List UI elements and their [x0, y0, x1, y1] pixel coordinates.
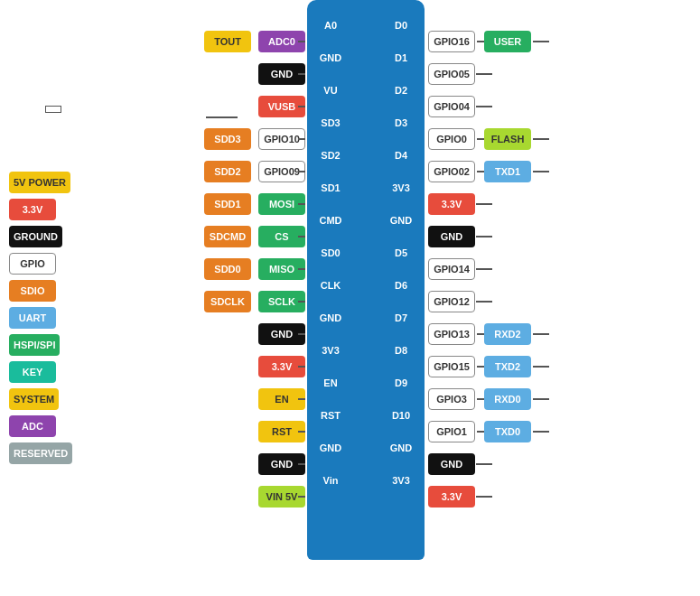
legend-item-0: 5V POWER [9, 172, 72, 193]
right-end-line-9 [533, 333, 549, 335]
right-line-10 [477, 366, 484, 368]
chip-ground: GROUND [9, 226, 62, 247]
chip-rxd0: RXD0 [484, 388, 531, 410]
pin-row-7: SD0D5 [307, 237, 425, 269]
right-end-line-4 [533, 171, 549, 172]
chip-system: SYSTEM [9, 388, 59, 410]
chip-sdd3: SDD3 [204, 128, 251, 150]
chip-sdclk: SDCLK [204, 291, 251, 312]
left-pin-label-3: SD3 [313, 117, 349, 128]
right-line-4 [477, 171, 484, 172]
right-pin-label-3: D3 [383, 117, 419, 128]
chip-sdcmd: SDCMD [204, 226, 251, 247]
left-pin-label-11: EN [313, 377, 349, 388]
chip-sdd2: SDD2 [204, 161, 251, 182]
chip-gpio0: GPIO0 [428, 128, 475, 150]
left-pin-label-2: VU [313, 85, 349, 96]
left-line-7 [298, 268, 305, 270]
usb-label-line [206, 116, 238, 118]
right-pin-label-9: D7 [383, 312, 419, 323]
usb-label-box [45, 106, 61, 113]
legend-item-2: GROUND [9, 226, 72, 247]
right-end-line-0 [533, 41, 549, 42]
left-line-10 [298, 366, 305, 368]
left-pin-label-4: SD2 [313, 150, 349, 161]
right-pin-label-13: GND [383, 442, 419, 453]
legend-item-9: ADC [9, 415, 72, 437]
right-pin-label-0: D0 [383, 20, 419, 31]
chip-gpio14: GPIO14 [428, 258, 475, 280]
right-line-0 [477, 41, 484, 42]
pin-row-3: SD3D3 [307, 107, 425, 139]
chip-rxd2: RXD2 [484, 323, 531, 345]
left-pin-label-1: GND [313, 52, 349, 63]
right-pin-label-1: D1 [383, 52, 419, 63]
chip-gpio15: GPIO15 [428, 356, 475, 377]
pin-row-14: Vin3V3 [307, 464, 425, 497]
right-pin-label-10: D8 [383, 345, 419, 356]
chip-3.3v: 3.3V [428, 486, 475, 508]
legend-item-3: GPIO [9, 253, 72, 275]
right-pin-label-11: D9 [383, 377, 419, 388]
right-pin-label-7: D5 [383, 247, 419, 258]
chip-user: USER [484, 31, 531, 52]
left-line-1 [298, 73, 305, 75]
legend-item-4: SDIO [9, 280, 72, 302]
chip-flash: FLASH [484, 128, 531, 150]
chip-txd2: TXD2 [484, 356, 531, 377]
left-line-13 [298, 463, 305, 465]
left-pin-label-6: CMD [313, 215, 349, 226]
left-line-0 [298, 41, 305, 42]
right-end-line-12 [533, 431, 549, 433]
right-pin-label-12: D10 [383, 410, 419, 421]
chip-tout: TOUT [204, 31, 251, 52]
chip-hspi/spi: HSPI/SPI [9, 334, 60, 356]
pin-row-4: SD2D4 [307, 139, 425, 172]
chip-txd0: TXD0 [484, 421, 531, 442]
chip-adc: ADC [9, 415, 56, 437]
chip-gpio05: GPIO05 [428, 63, 475, 85]
chip-5v-power: 5V POWER [9, 172, 70, 193]
legend-item-6: HSPI/SPI [9, 334, 72, 356]
right-pin-label-6: GND [383, 215, 419, 226]
devkit-board: A0D0GNDD1VUD2SD3D3SD2D4SD13V3CMDGNDSD0D5… [307, 0, 425, 560]
right-line-11 [477, 398, 484, 400]
right-end-only-1 [476, 73, 492, 75]
right-end-line-3 [533, 138, 549, 140]
left-line-2 [298, 106, 305, 107]
left-line-6 [298, 236, 305, 237]
right-pin-label-5: 3V3 [383, 182, 419, 193]
left-line-5 [298, 203, 305, 205]
chip-uart: UART [9, 307, 56, 329]
left-pin-label-9: GND [313, 312, 349, 323]
chip-gpio13: GPIO13 [428, 323, 475, 345]
left-line-8 [298, 301, 305, 303]
left-line-4 [298, 171, 305, 172]
left-line-14 [298, 496, 305, 498]
pin-row-11: END9 [307, 367, 425, 399]
pin-row-9: GNDD7 [307, 302, 425, 334]
left-line-3 [298, 138, 305, 140]
left-line-11 [298, 398, 305, 400]
right-end-only-14 [476, 496, 492, 498]
pin-row-8: CLKD6 [307, 269, 425, 302]
pin-row-2: VUD2 [307, 74, 425, 107]
left-pin-label-0: A0 [313, 20, 349, 31]
chip-key: KEY [9, 361, 56, 383]
left-pin-label-5: SD1 [313, 182, 349, 193]
pin-row-5: SD13V3 [307, 172, 425, 204]
right-pin-label-14: 3V3 [383, 475, 419, 486]
right-end-only-5 [476, 203, 492, 205]
right-pin-label-8: D6 [383, 280, 419, 291]
chip-gpio04: GPIO04 [428, 96, 475, 117]
chip-gpio1: GPIO1 [428, 421, 475, 442]
right-end-only-6 [476, 236, 492, 237]
left-pin-label-7: SD0 [313, 247, 349, 258]
left-pin-label-12: RST [313, 410, 349, 421]
chip-gpio3: GPIO3 [428, 388, 475, 410]
pin-row-13: GNDGND [307, 432, 425, 464]
chip-gpio02: GPIO02 [428, 161, 475, 182]
legend: 5V POWER3.3VGROUNDGPIOSDIOUARTHSPI/SPIKE… [9, 172, 72, 464]
pin-row-10: 3V3D8 [307, 334, 425, 367]
legend-item-10: RESERVED [9, 442, 72, 464]
